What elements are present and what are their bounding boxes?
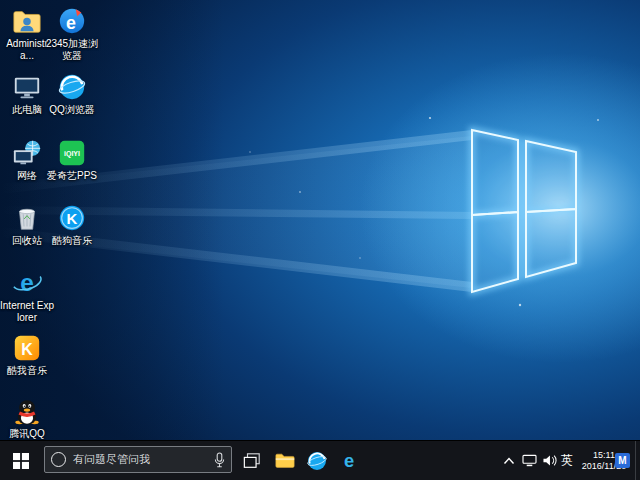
cortana-ring-icon (51, 452, 66, 467)
m-badge-icon: M (615, 453, 630, 468)
search-placeholder-text: 有问题尽管问我 (73, 452, 214, 467)
desktop-icon-label: 酷我音乐 (0, 365, 54, 377)
network-icon (522, 454, 537, 467)
tencent-qq-icon (12, 396, 42, 426)
desktop-icon-label: 2345加速浏览器 (45, 38, 99, 62)
qq-browser-icon (57, 72, 87, 102)
svg-text:e: e (20, 269, 34, 296)
tray-language-indicator[interactable]: 英 (558, 441, 576, 480)
tray-app-badge[interactable]: M (615, 453, 630, 468)
cortana-search-box[interactable]: 有问题尽管问我 (44, 446, 232, 473)
edge-browser-icon: e (338, 450, 360, 472)
desktop-icon-label: QQ浏览器 (45, 104, 99, 116)
desktop-icon-label: 爱奇艺PPS (45, 170, 99, 182)
microphone-icon[interactable] (214, 452, 225, 468)
svg-text:K: K (67, 210, 78, 227)
speaker-icon (542, 454, 557, 467)
tray-network-button[interactable] (520, 441, 538, 480)
desktop-icon-qq-browser[interactable]: QQ浏览器 (45, 72, 99, 116)
svg-text:iQIYI: iQIYI (64, 150, 80, 158)
desktop-icon-2345-browser[interactable]: e 2345加速浏览器 (45, 6, 99, 62)
desktop-icon-iqiyi-pps[interactable]: iQIYI 爱奇艺PPS (45, 138, 99, 182)
2345-browser-icon: e (57, 6, 87, 36)
desktop-icon-tencent-qq[interactable]: 腾讯QQ (0, 396, 54, 440)
taskbar-qq-browser-button[interactable] (302, 441, 332, 480)
this-pc-icon (12, 72, 42, 102)
desktop-icon-label: Internet Explorer (0, 300, 54, 324)
desktop-icon-label: 腾讯QQ (0, 428, 54, 440)
svg-text:K: K (21, 341, 33, 358)
clock-time: 15:11 (593, 450, 615, 461)
internet-explorer-icon: e (12, 268, 42, 298)
iqiyi-pps-icon: iQIYI (57, 138, 87, 168)
start-button[interactable] (0, 441, 42, 480)
show-desktop-button[interactable] (635, 441, 640, 480)
desktop-icon-internet-explorer[interactable]: e Internet Explorer (0, 268, 54, 324)
chevron-up-icon (503, 456, 515, 466)
task-view-button[interactable] (236, 441, 268, 480)
language-label: 英 (561, 452, 573, 469)
kugou-music-icon: K (57, 203, 87, 233)
taskbar-file-explorer-button[interactable] (270, 441, 300, 480)
windows-logo-icon (13, 453, 29, 469)
desktop: Administra... 此电脑 网络 (0, 0, 640, 440)
svg-text:e: e (66, 13, 76, 33)
desktop-icon-label: 酷狗音乐 (45, 235, 99, 247)
desktop-icon-kuwo-music[interactable]: K 酷我音乐 (0, 333, 54, 377)
qq-browser-icon (306, 450, 328, 472)
tray-volume-button[interactable] (540, 441, 558, 480)
taskbar: 有问题尽管问我 e (0, 440, 640, 480)
file-explorer-icon (274, 450, 296, 472)
user-files-icon (12, 6, 42, 36)
task-view-icon (243, 452, 261, 470)
recycle-bin-icon (12, 203, 42, 233)
taskbar-edge-browser-button[interactable]: e (334, 441, 364, 480)
svg-text:e: e (344, 450, 354, 471)
kuwo-music-icon: K (12, 333, 42, 363)
tray-show-hidden-icons-button[interactable] (500, 441, 518, 480)
network-icon (12, 138, 42, 168)
desktop-icon-kugou-music[interactable]: K 酷狗音乐 (45, 203, 99, 247)
